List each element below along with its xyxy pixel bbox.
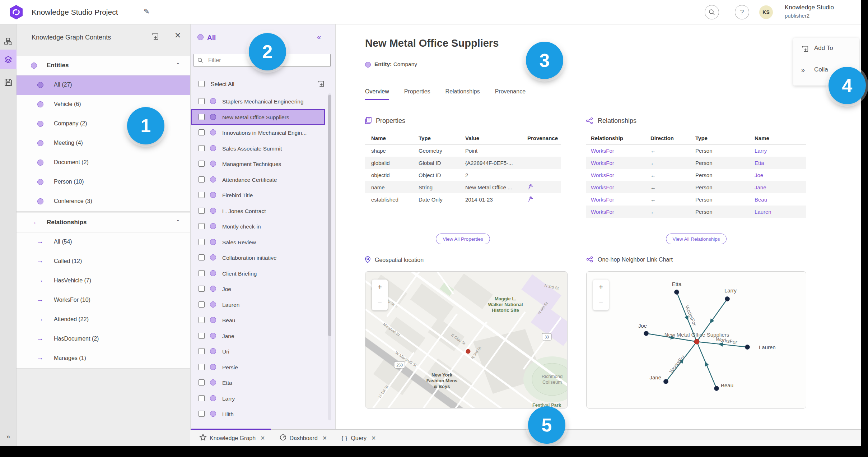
relationship-category-item[interactable]: →HasDocument (2) xyxy=(17,329,190,349)
add-selection-icon[interactable] xyxy=(317,80,325,88)
list-item[interactable]: Firebird Title xyxy=(191,187,325,203)
view-all-relationships-button[interactable]: View All Relationships xyxy=(666,234,727,244)
zoom-out-button[interactable]: − xyxy=(593,295,609,310)
item-checkbox[interactable] xyxy=(199,145,205,151)
person-node[interactable] xyxy=(745,345,750,350)
collapse-chevron-icon[interactable]: ⌃ xyxy=(176,219,180,225)
detail-tab-overview[interactable]: Overview xyxy=(365,88,389,100)
item-checkbox[interactable] xyxy=(199,286,205,292)
item-checkbox[interactable] xyxy=(199,379,205,386)
add-to-new-icon[interactable] xyxy=(151,32,159,41)
person-node[interactable] xyxy=(714,386,719,391)
zoom-out-button[interactable]: − xyxy=(372,295,388,310)
item-checkbox[interactable] xyxy=(199,333,205,339)
target-entity-link[interactable]: Beau xyxy=(755,197,806,203)
person-node[interactable] xyxy=(664,379,668,384)
item-checkbox[interactable] xyxy=(199,301,205,308)
list-item[interactable]: Client Briefing xyxy=(191,266,325,281)
relationship-type-link[interactable]: WorksFor xyxy=(591,184,650,190)
list-item[interactable]: Persie xyxy=(191,359,325,375)
entity-category-item[interactable]: Vehicle (6) xyxy=(17,95,190,114)
collapse-chevron-icon[interactable]: ⌃ xyxy=(176,62,180,68)
target-entity-link[interactable]: Jane xyxy=(755,184,806,190)
entity-category-item[interactable]: Meeting (4) xyxy=(17,134,190,153)
list-item[interactable]: Beau xyxy=(191,312,325,328)
view-tab-knowledge-graph[interactable]: Knowledge Graph✕ xyxy=(200,434,265,442)
relationship-category-item[interactable]: →HasVehicle (7) xyxy=(17,271,190,291)
provenance-flag-icon[interactable] xyxy=(527,196,533,202)
list-item[interactable]: L. Jones Contract xyxy=(191,203,325,219)
edit-title-icon[interactable]: ✎ xyxy=(144,7,150,16)
view-all-properties-button[interactable]: View All Properties xyxy=(436,234,490,244)
search-button[interactable] xyxy=(705,5,719,19)
list-item[interactable]: Collaboration initiative xyxy=(191,250,325,266)
relationship-type-link[interactable]: WorksFor xyxy=(591,160,650,166)
provenance-flag-icon[interactable] xyxy=(527,184,533,190)
geospatial-map[interactable]: + − xyxy=(365,271,568,408)
target-entity-link[interactable]: Etta xyxy=(755,160,806,166)
item-checkbox[interactable] xyxy=(199,208,205,214)
list-item[interactable]: Montly check-in xyxy=(191,218,325,234)
relationship-category-item[interactable]: →Manages (1) xyxy=(17,349,190,368)
help-button[interactable]: ? xyxy=(735,5,749,19)
list-item[interactable]: Lauren xyxy=(191,297,325,313)
list-item[interactable]: New Metal Office Suppliers xyxy=(191,109,325,125)
data-model-rail-button[interactable] xyxy=(0,32,17,51)
close-tab-icon[interactable]: ✕ xyxy=(371,435,376,442)
center-entity-node[interactable] xyxy=(694,339,699,344)
entities-section-header[interactable]: Entities ⌃ xyxy=(17,56,190,75)
relationship-category-item[interactable]: →Attended (22) xyxy=(17,310,190,329)
list-item[interactable]: Jane xyxy=(191,328,325,344)
item-checkbox[interactable] xyxy=(199,129,205,135)
relationship-type-link[interactable]: WorksFor xyxy=(591,209,650,215)
view-tab-dashboard[interactable]: Dashboard✕ xyxy=(280,434,327,442)
list-item[interactable]: Sales Associate Summit xyxy=(191,140,325,156)
contents-rail-button[interactable] xyxy=(0,50,17,69)
list-item[interactable]: Uri xyxy=(191,343,325,359)
close-tab-icon[interactable]: ✕ xyxy=(322,435,327,442)
detail-tab-properties[interactable]: Properties xyxy=(404,88,430,100)
relationship-type-link[interactable]: WorksFor xyxy=(591,197,650,203)
list-item[interactable]: Lilith xyxy=(191,406,325,422)
one-hop-link-chart[interactable]: + − WorksForWorksForWorksForNew Metal Of… xyxy=(586,271,806,408)
person-node[interactable] xyxy=(725,297,730,301)
person-node[interactable] xyxy=(675,290,679,295)
collapse-panel-icon[interactable]: « xyxy=(317,33,321,41)
item-checkbox[interactable] xyxy=(199,364,205,370)
list-item[interactable]: Larry xyxy=(191,391,325,406)
list-item[interactable]: Joe xyxy=(191,281,325,297)
user-avatar[interactable]: KS xyxy=(759,5,773,19)
list-item[interactable]: Innovations in Mechanical Engin... xyxy=(191,125,325,140)
entity-category-item[interactable]: Conference (3) xyxy=(17,192,190,211)
zoom-in-button[interactable]: + xyxy=(593,280,609,295)
relationship-type-link[interactable]: WorksFor xyxy=(591,172,650,178)
item-checkbox[interactable] xyxy=(199,98,205,104)
list-item[interactable]: Etta xyxy=(191,375,325,391)
relationship-category-item[interactable]: →All (54) xyxy=(17,232,190,252)
relationship-type-link[interactable]: WorksFor xyxy=(591,148,650,154)
list-item[interactable]: Staplers Mechanical Engineering xyxy=(191,93,325,109)
list-item[interactable]: Sales Review xyxy=(191,234,325,250)
entity-category-item[interactable]: Person (10) xyxy=(17,172,190,192)
target-entity-link[interactable]: Joe xyxy=(755,172,806,178)
item-checkbox[interactable] xyxy=(199,270,205,276)
list-item[interactable]: Attendance Certificate xyxy=(191,172,325,188)
select-all-checkbox[interactable] xyxy=(199,81,205,87)
item-checkbox[interactable] xyxy=(199,317,205,323)
detail-tab-provenance[interactable]: Provenance xyxy=(495,88,526,100)
item-checkbox[interactable] xyxy=(199,239,205,245)
entity-category-item[interactable]: Document (2) xyxy=(17,153,190,172)
item-checkbox[interactable] xyxy=(199,223,205,229)
zoom-in-button[interactable]: + xyxy=(372,280,388,295)
target-entity-link[interactable]: Larry xyxy=(755,148,806,154)
target-entity-link[interactable]: Lauren xyxy=(755,209,806,215)
item-checkbox[interactable] xyxy=(199,114,205,120)
item-checkbox[interactable] xyxy=(199,348,205,354)
item-checkbox[interactable] xyxy=(199,192,205,198)
detail-tab-relationships[interactable]: Relationships xyxy=(445,88,480,100)
list-scrollbar[interactable] xyxy=(328,93,331,420)
list-item[interactable]: Managment Techniques xyxy=(191,156,325,172)
save-rail-button[interactable] xyxy=(0,73,17,92)
item-checkbox[interactable] xyxy=(199,254,205,260)
view-tab-query[interactable]: { }Query✕ xyxy=(341,435,376,442)
